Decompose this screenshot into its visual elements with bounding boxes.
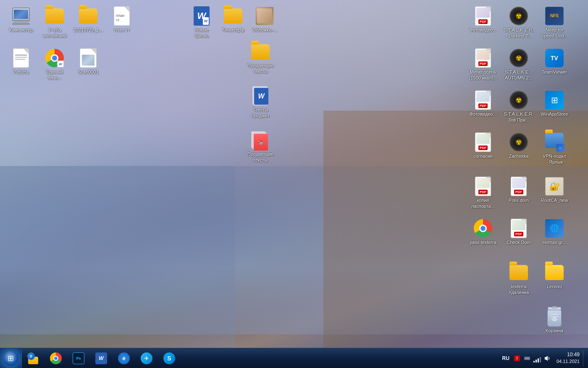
desktop-icon-polis-dom[interactable]: PDF Polis dom xyxy=(502,175,536,205)
tray-network[interactable] xyxy=(533,354,541,363)
taskbar-telegram[interactable]: ✈ xyxy=(136,349,158,368)
desktop-icon-winappstore[interactable]: ⊞ WinAppStore xyxy=(538,88,571,119)
taskbar-explorer[interactable]: e xyxy=(22,349,44,368)
desktop-icon-teamviewer[interactable]: TV TeamViewer xyxy=(538,46,571,77)
desktop-icon-vpn[interactable]: ↔ VPN-подкл- Ярлык xyxy=(538,130,571,167)
desktop-icon-homax[interactable]: 🌐 Homax-gr... xyxy=(538,217,571,247)
desktop-icon-computer[interactable]: Компьютер xyxy=(4,4,38,34)
desktop-icon-soglasie[interactable]: PDF согласие xyxy=(466,130,500,161)
taskbar-tray: RU ! xyxy=(502,350,588,367)
desktop-icon-rabota[interactable]: Работа xyxy=(4,46,38,77)
taskbar: ⊞ e Ps xyxy=(0,348,588,368)
desktop: Компьютер Учебаанглийский 20210729_1... … xyxy=(0,0,588,348)
tray-icon-2[interactable] xyxy=(523,354,531,363)
svg-text:!: ! xyxy=(516,356,517,361)
desktop-icon-stalker-darkest[interactable]: ☢ S.T.A.L.K.E.R.- Darkest T... xyxy=(502,4,536,41)
taskbar-ie[interactable]: e xyxy=(113,349,135,368)
desktop-icon-tinkoff[interactable]: Тинькофф xyxy=(216,4,250,34)
desktop-icon-plan[interactable]: плантт план тт xyxy=(105,4,139,34)
tray-antivirus[interactable]: ! xyxy=(513,354,521,363)
desktop-icon-prodayut2[interactable]: 📚 Продающиетексты xyxy=(244,128,277,165)
desktop-icon-check-dom[interactable]: PDF Check Dom xyxy=(502,217,536,247)
desktop-icon-ediny[interactable]: W Единыйличн... xyxy=(38,46,71,83)
desktop-icon-pass-texterra[interactable]: pass texterra xyxy=(466,217,500,247)
tray-time[interactable]: 10:49 04.11.2021 xyxy=(556,351,580,365)
desktop-icon-oblozhka[interactable]: Обложка-... xyxy=(248,4,281,34)
taskbar-pinned-icons: e Ps W e xyxy=(22,348,181,368)
desktop-icon-recycle[interactable]: ♻ Корзина xyxy=(538,305,571,335)
desktop-icon-kopiya-pasporta[interactable]: PDF копияпаспорта... xyxy=(466,175,500,211)
start-button[interactable]: ⊞ xyxy=(0,348,22,368)
desktop-icon-ucheba[interactable]: Учебаанглийский xyxy=(38,4,71,41)
tray-lang[interactable]: RU xyxy=(502,355,509,361)
desktop-icon-zachistka[interactable]: ☢ Zachistka xyxy=(502,130,536,161)
desktop-icon-scan[interactable]: Scan0001 xyxy=(71,46,105,77)
desktop-icon-texterra-udalenka[interactable]: texterraУдаленка xyxy=(502,261,536,297)
taskbar-word[interactable]: W xyxy=(90,349,112,368)
svg-marker-4 xyxy=(545,356,548,361)
taskbar-photoshop[interactable]: Ps xyxy=(68,349,89,368)
desktop-icon-prodayut1[interactable]: Продающиетексты xyxy=(244,40,277,77)
taskbar-chrome[interactable] xyxy=(45,349,67,368)
tray-audio[interactable] xyxy=(543,354,551,363)
taskbar-skype[interactable]: S xyxy=(158,349,180,368)
desktop-icon-menu-osen[interactable]: PDF Меню осень(1500 ккал)... xyxy=(466,46,500,83)
desktop-icon-fotovideo1[interactable]: PDF Фотовидео... xyxy=(466,4,500,34)
desktop-icon-rootca[interactable]: 🔐 RootCA_new xyxy=(538,175,571,205)
desktop-icon-need-for[interactable]: NFS Need forSpeed Und... xyxy=(538,4,571,41)
svg-rect-3 xyxy=(525,357,529,359)
desktop-icon-fotovideo2[interactable]: PDF Фотовидео... xyxy=(466,88,500,119)
desktop-icon-stalker-autumn[interactable]: ☢ S.T.A.L.K.E...AUTUMN 2... xyxy=(502,46,536,83)
tray-show-desktop[interactable] xyxy=(583,350,585,367)
desktop-icon-stalker-zov[interactable]: ☢ S.T.A.L.K.E.R.Зов При... xyxy=(502,88,536,125)
desktop-icon-novye-shilko[interactable]: W W НовыеШилко xyxy=(185,4,218,41)
desktop-icon-teksty-prodayut[interactable]: W Текстыпродают xyxy=(244,84,277,121)
desktop-icon-date-folder[interactable]: 20210729_1... xyxy=(71,4,105,34)
desktop-icon-lenovo[interactable]: Lenovo xyxy=(538,261,571,291)
